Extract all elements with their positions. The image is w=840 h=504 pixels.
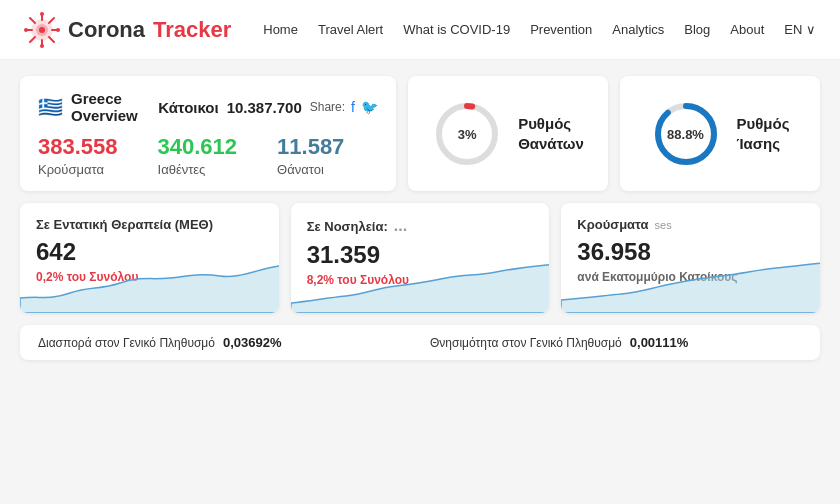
recovered-label: Ιαθέντες: [158, 162, 238, 177]
hospital-title: Σε Νοσηλεία: ...: [307, 217, 534, 235]
main-content: 🇬🇷 Greece Overview Κάτοικοι 10.387.700 S…: [0, 60, 840, 376]
deaths-value: 11.587: [277, 134, 344, 160]
icu-title: Σε Εντατική Θεραπεία (ΜΕΘ): [36, 217, 263, 232]
twitter-icon[interactable]: 🐦: [361, 99, 378, 115]
population-label: Κάτοικοι: [158, 99, 219, 116]
icu-card: Σε Εντατική Θεραπεία (ΜΕΘ) 642 0,2% του …: [20, 203, 279, 313]
cases-value: 383.558: [38, 134, 118, 160]
footer-stat-mortality: Θνησιμότητα στον Γενικό Πληθυσμό 0,00111…: [430, 335, 802, 350]
logo-icon: [24, 12, 60, 48]
cases-million-chart: [561, 258, 820, 313]
nav-analytics[interactable]: Analytics: [612, 22, 664, 37]
header: CoronaTracker Home Travel Alert What is …: [0, 0, 840, 60]
svg-line-9: [49, 18, 54, 23]
svg-point-14: [56, 28, 60, 32]
death-rate-card: 3% Ρυθμός Θανάτων: [408, 76, 608, 191]
hospital-dots: ...: [394, 217, 407, 235]
nav-about[interactable]: About: [730, 22, 764, 37]
logo-tracker-text: Tracker: [153, 17, 231, 43]
logo-corona-text: Corona: [68, 17, 145, 43]
recovered-stat: 340.612 Ιαθέντες: [158, 134, 238, 177]
lang-selector[interactable]: EN ∨: [784, 22, 816, 37]
recovery-rate-label-line1: Ρυθμός: [737, 114, 790, 134]
svg-point-12: [40, 44, 44, 48]
death-rate-percent: 3%: [458, 127, 477, 142]
death-rate-label: Ρυθμός Θανάτων: [518, 114, 584, 153]
footer-mortality-label: Θνησιμότητα στον Γενικό Πληθυσμό: [430, 336, 622, 350]
death-rate-circle: 3%: [432, 99, 502, 169]
cases-stat: 383.558 Κρούσματα: [38, 134, 118, 177]
svg-line-10: [30, 37, 35, 42]
death-rate-label-line2: Θανάτων: [518, 134, 584, 154]
deaths-stat: 11.587 Θάνατοι: [277, 134, 344, 177]
share-section: Share: f 🐦: [310, 99, 378, 115]
nav-home[interactable]: Home: [263, 22, 298, 37]
overview-title: Greece Overview: [71, 90, 146, 124]
svg-line-8: [49, 37, 54, 42]
nav: Home Travel Alert What is COVID-19 Preve…: [263, 22, 816, 37]
death-rate-label-line1: Ρυθμός: [518, 114, 584, 134]
footer-stat-dispersion: Διασπορά στον Γενικό Πληθυσμό 0,03692%: [38, 335, 410, 350]
top-row: 🇬🇷 Greece Overview Κάτοικοι 10.387.700 S…: [20, 76, 820, 191]
footer-dispersion-value: 0,03692%: [223, 335, 282, 350]
cases-label: Κρούσματα: [38, 162, 118, 177]
recovery-rate-card: 88.8% Ρυθμός Ίασης: [620, 76, 820, 191]
recovery-rate-label: Ρυθμός Ίασης: [737, 114, 790, 153]
recovery-rate-label-line2: Ίασης: [737, 134, 790, 154]
share-label: Share:: [310, 100, 345, 114]
nav-blog[interactable]: Blog: [684, 22, 710, 37]
cases-million-title: Κρούσματα ses: [577, 217, 804, 232]
facebook-icon[interactable]: f: [351, 99, 355, 115]
recovered-value: 340.612: [158, 134, 238, 160]
hospital-card: Σε Νοσηλεία: ... 31.359 8,2% του Συνόλου: [291, 203, 550, 313]
svg-line-7: [30, 18, 35, 23]
footer-dispersion-label: Διασπορά στον Γενικό Πληθυσμό: [38, 336, 215, 350]
overview-card: 🇬🇷 Greece Overview Κάτοικοι 10.387.700 S…: [20, 76, 396, 191]
recovery-rate-circle: 88.8%: [651, 99, 721, 169]
nav-covid19[interactable]: What is COVID-19: [403, 22, 510, 37]
nav-travel-alert[interactable]: Travel Alert: [318, 22, 383, 37]
svg-point-13: [24, 28, 28, 32]
nav-prevention[interactable]: Prevention: [530, 22, 592, 37]
icu-chart: [20, 258, 279, 313]
footer-row: Διασπορά στον Γενικό Πληθυσμό 0,03692% Θ…: [20, 325, 820, 360]
stats-row: 383.558 Κρούσματα 340.612 Ιαθέντες 11.58…: [38, 134, 378, 177]
hospital-chart: [291, 258, 550, 313]
greece-flag: 🇬🇷: [38, 95, 63, 119]
footer-mortality-value: 0,00111%: [630, 335, 689, 350]
recovery-rate-percent: 88.8%: [667, 127, 704, 142]
overview-header: 🇬🇷 Greece Overview Κάτοικοι 10.387.700 S…: [38, 90, 378, 124]
deaths-label: Θάνατοι: [277, 162, 344, 177]
svg-point-11: [40, 12, 44, 16]
cases-million-card: Κρούσματα ses 36.958 ανά Εκατομμύριο Κατ…: [561, 203, 820, 313]
cases-title-suffix: ses: [655, 219, 672, 231]
svg-point-2: [39, 27, 45, 33]
logo: CoronaTracker: [24, 12, 231, 48]
bottom-row: Σε Εντατική Θεραπεία (ΜΕΘ) 642 0,2% του …: [20, 203, 820, 313]
population-value: 10.387.700: [227, 99, 302, 116]
